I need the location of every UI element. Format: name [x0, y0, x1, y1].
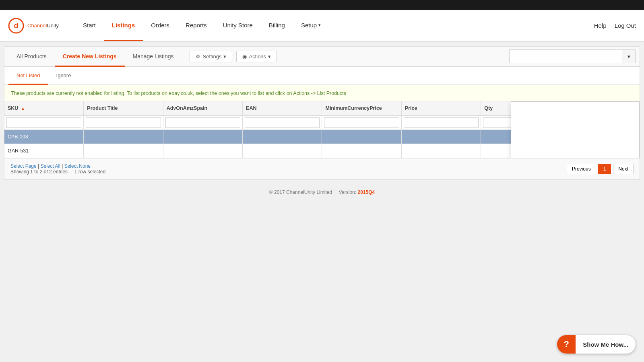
th-ean: EAN [243, 101, 322, 115]
logo: d ChannelUnity [8, 18, 59, 34]
version-label: Version: [339, 189, 356, 195]
nav-item-setup[interactable]: Setup ▾ [293, 10, 329, 41]
tab-actions: ⚙ Settings ▾ ◉ Actions ▾ [190, 51, 277, 62]
main-nav: Start Listings Orders Reports Unity Stor… [75, 10, 594, 41]
select-page-link[interactable]: Select Page [10, 163, 37, 169]
cell-product-title [84, 144, 163, 158]
sort-icon: ▲ [21, 106, 25, 111]
settings-arrow-icon: ▾ [223, 53, 226, 60]
next-button[interactable]: Next [613, 164, 634, 174]
footer-right: Previous 1 Next [567, 164, 634, 174]
channel-select-dropdown-btn[interactable]: ▾ [622, 49, 636, 63]
filter-adv-on-amz-spain[interactable] [165, 117, 240, 128]
filter-sku[interactable] [6, 117, 81, 128]
nav-item-unity-store[interactable]: Unity Store [215, 10, 261, 41]
channel-select-chevron-icon: ▾ [627, 53, 630, 60]
filter-ean[interactable] [245, 117, 320, 128]
cell-sku: GAR-531 [4, 144, 84, 158]
cell-price [401, 144, 481, 158]
header: d ChannelUnity Start Listings Orders Rep… [0, 10, 644, 42]
row-selected-text: 1 row selected [74, 169, 105, 175]
dropdown-overlay-body: Add a channel... [511, 102, 639, 158]
th-sku: SKU ▲ [4, 101, 84, 115]
main-content: All Products Create New Listings Manage … [4, 46, 640, 180]
info-text: These products are currently not enabled… [11, 90, 346, 96]
sub-tab-not-listed[interactable]: Not Listed [8, 67, 48, 85]
actions-label: Actions [249, 53, 266, 60]
channel-select-wrapper: ▾ [509, 49, 636, 63]
actions-button[interactable]: ◉ Actions ▾ [236, 51, 277, 62]
copyright-text: © 2017 ChannelUnity Limited [269, 189, 332, 195]
version-value: 2015Q4 [357, 189, 375, 195]
cell-sku: CAB-008 [4, 130, 84, 144]
filter-min-currency-price[interactable] [324, 117, 399, 128]
row-selected-separator [69, 169, 73, 175]
cell-ean [243, 144, 322, 158]
filter-product-title[interactable] [86, 117, 161, 128]
svg-text:d: d [14, 22, 19, 30]
logo-text: ChannelUnity [27, 23, 59, 29]
nav-item-listings[interactable]: Listings [104, 10, 143, 41]
info-banner: These products are currently not enabled… [4, 85, 640, 101]
th-adv-on-amz-spain: AdvOnAmzSpain [163, 101, 242, 115]
page-1-button[interactable]: 1 [598, 164, 611, 174]
tab-all-products[interactable]: All Products [8, 47, 55, 67]
setup-arrow-icon: ▾ [318, 23, 321, 28]
tab-manage-listings[interactable]: Manage Listings [125, 47, 182, 67]
cell-price [401, 130, 481, 144]
channel-select-input[interactable] [509, 49, 622, 63]
settings-label: Settings [202, 53, 221, 60]
settings-icon: ⚙ [196, 53, 200, 60]
logo-icon: d [8, 18, 24, 34]
table-wrapper: SKU ▲ Product Title AdvOnAmzSpain EAN Mi… [4, 101, 640, 158]
cell-product-title [84, 130, 163, 144]
select-none-link[interactable]: Select None [64, 163, 91, 169]
cell-adv-on-amz-spain [163, 130, 242, 144]
actions-icon: ◉ [242, 53, 247, 60]
footer-left: Select Page | Select All | Select None S… [10, 163, 105, 175]
th-product-title: Product Title [84, 101, 163, 115]
settings-button[interactable]: ⚙ Settings ▾ [190, 51, 232, 62]
nav-right: Help Log Out [594, 22, 636, 29]
sub-tab-ignore[interactable]: Ignore [48, 67, 79, 85]
filter-price[interactable] [404, 117, 479, 128]
actions-arrow-icon: ▾ [268, 53, 271, 60]
nav-logout[interactable]: Log Out [615, 22, 636, 29]
table-footer: Select Page | Select All | Select None S… [4, 158, 640, 179]
cell-ean [243, 130, 322, 144]
th-price: Price [401, 101, 481, 115]
nav-item-reports[interactable]: Reports [178, 10, 215, 41]
tab-create-new-listings[interactable]: Create New Listings [55, 47, 125, 67]
sub-tab-bar: Not Listed Ignore [4, 67, 640, 85]
nav-item-billing[interactable]: Billing [261, 10, 293, 41]
nav-item-start[interactable]: Start [75, 10, 104, 41]
cell-min-currency-price [322, 130, 401, 144]
logo-unity: Unity [47, 23, 59, 29]
cell-adv-on-amz-spain [163, 144, 242, 158]
showing-text: Showing 1 to 2 of 2 entries [10, 169, 68, 175]
th-min-currency-price: MinimumCurrencyPrice [322, 101, 401, 115]
select-all-link[interactable]: Select All [41, 163, 60, 169]
channel-dropdown-overlay: Add a channel... [511, 101, 640, 158]
top-black-bar [0, 0, 644, 10]
tab-bar: All Products Create New Listings Manage … [4, 47, 640, 67]
logo-channel: Channel [27, 23, 47, 29]
nav-help[interactable]: Help [594, 22, 607, 29]
page-footer: © 2017 ChannelUnity Limited Version: 201… [0, 184, 644, 201]
nav-item-orders[interactable]: Orders [143, 10, 178, 41]
prev-button[interactable]: Previous [567, 164, 596, 174]
cell-min-currency-price [322, 144, 401, 158]
